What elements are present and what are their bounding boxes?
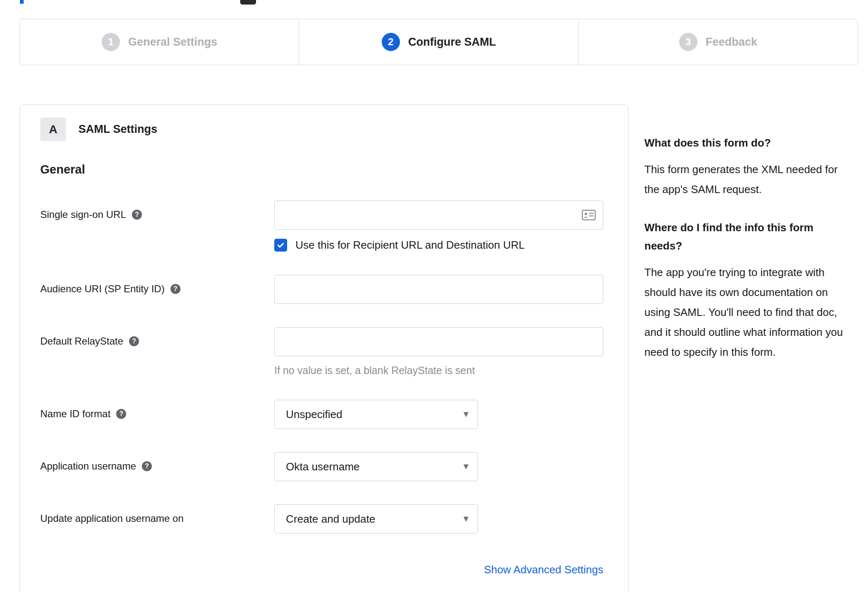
step-feedback[interactable]: 3 Feedback — [578, 19, 858, 65]
name-id-format-label: Name ID format ? — [40, 400, 274, 420]
chevron-down-icon: ▾ — [463, 408, 468, 420]
field-row-update-app-username: Update application username on Create an… — [40, 504, 603, 533]
relay-state-input[interactable] — [274, 327, 603, 356]
step-number-badge: 3 — [679, 33, 697, 51]
field-label-text: Single sign-on URL — [40, 209, 126, 220]
recipient-url-checkbox[interactable] — [274, 239, 287, 252]
audience-uri-label: Audience URI (SP Entity ID) ? — [40, 275, 274, 295]
field-row-relay-state: Default RelayState ? If no value is set,… — [40, 327, 603, 377]
update-app-username-label: Update application username on — [40, 504, 274, 524]
recipient-url-checkbox-label: Use this for Recipient URL and Destinati… — [295, 239, 525, 252]
field-row-sso-url: Single sign-on URL ? — [40, 201, 603, 252]
section-a-badge: A — [40, 117, 66, 141]
relay-state-label: Default RelayState ? — [40, 327, 274, 347]
help-heading-1: What does this form do? — [644, 134, 854, 152]
general-group-title: General — [40, 163, 603, 176]
step-number-badge: 1 — [102, 33, 120, 51]
field-label-text: Name ID format — [40, 408, 110, 420]
select-value: Create and update — [286, 513, 375, 526]
step-label: General Settings — [128, 36, 217, 49]
sso-url-input-wrap — [274, 201, 603, 230]
advanced-settings-row: Show Advanced Settings — [40, 563, 603, 576]
update-app-username-control: Create and update ▾ — [274, 504, 603, 533]
saml-settings-header: A SAML Settings — [40, 117, 603, 141]
select-value: Unspecified — [286, 408, 342, 421]
help-icon[interactable]: ? — [116, 409, 126, 419]
relay-state-input-wrap — [274, 327, 603, 356]
name-id-format-select[interactable]: Unspecified ▾ — [274, 400, 478, 429]
audience-uri-control — [274, 275, 603, 304]
update-app-username-select[interactable]: Create and update ▾ — [274, 504, 478, 533]
chevron-down-icon: ▾ — [463, 513, 468, 524]
help-icon[interactable]: ? — [132, 210, 142, 220]
field-row-name-id-format: Name ID format ? Unspecified ▾ — [40, 400, 603, 429]
field-row-app-username: Application username ? Okta username ▾ — [40, 452, 603, 481]
field-row-audience-uri: Audience URI (SP Entity ID) ? — [40, 275, 603, 304]
step-general-settings[interactable]: 1 General Settings — [20, 19, 299, 65]
help-body-2: The app you're trying to integrate with … — [644, 262, 854, 362]
step-label: Configure SAML — [408, 36, 496, 49]
saml-settings-card: A SAML Settings General Single sign-on U… — [20, 105, 629, 592]
sso-url-input[interactable] — [274, 201, 603, 230]
field-label-text: Update application username on — [40, 513, 184, 524]
help-heading-2: Where do I find the info this form needs… — [644, 218, 854, 255]
show-advanced-settings-link[interactable]: Show Advanced Settings — [484, 563, 603, 576]
field-label-text: Application username — [40, 460, 136, 472]
saml-form: Single sign-on URL ? — [40, 201, 603, 576]
step-number-badge: 2 — [382, 33, 400, 51]
checkmark-icon — [276, 241, 285, 250]
sso-url-control: Use this for Recipient URL and Destinati… — [274, 201, 603, 252]
cropped-icon-fragment — [240, 0, 256, 5]
recipient-url-checkbox-row: Use this for Recipient URL and Destinati… — [274, 239, 603, 252]
help-icon[interactable]: ? — [142, 461, 152, 471]
app-username-control: Okta username ▾ — [274, 452, 603, 481]
relay-state-hint: If no value is set, a blank RelayState i… — [274, 364, 603, 377]
help-sidebar: What does this form do? This form genera… — [644, 134, 854, 381]
wizard-stepper: 1 General Settings 2 Configure SAML 3 Fe… — [20, 19, 858, 65]
insert-variable-icon[interactable] — [582, 210, 596, 220]
step-configure-saml[interactable]: 2 Configure SAML — [299, 19, 578, 65]
select-value: Okta username — [286, 460, 360, 473]
name-id-format-control: Unspecified ▾ — [274, 400, 603, 429]
step-label: Feedback — [706, 36, 758, 49]
app-username-label: Application username ? — [40, 452, 274, 472]
relay-state-control: If no value is set, a blank RelayState i… — [274, 327, 603, 377]
app-username-select[interactable]: Okta username ▾ — [274, 452, 478, 481]
chevron-down-icon: ▾ — [463, 460, 468, 472]
help-icon[interactable]: ? — [129, 336, 139, 346]
field-label-text: Audience URI (SP Entity ID) — [40, 283, 165, 295]
cropped-title-fragment — [20, 0, 24, 4]
sso-url-label: Single sign-on URL ? — [40, 201, 274, 220]
help-icon[interactable]: ? — [171, 284, 180, 294]
section-title: SAML Settings — [78, 123, 157, 136]
audience-uri-input[interactable] — [274, 275, 603, 304]
help-body-1: This form generates the XML needed for t… — [644, 159, 854, 199]
field-label-text: Default RelayState — [40, 335, 123, 347]
audience-uri-input-wrap — [274, 275, 603, 304]
